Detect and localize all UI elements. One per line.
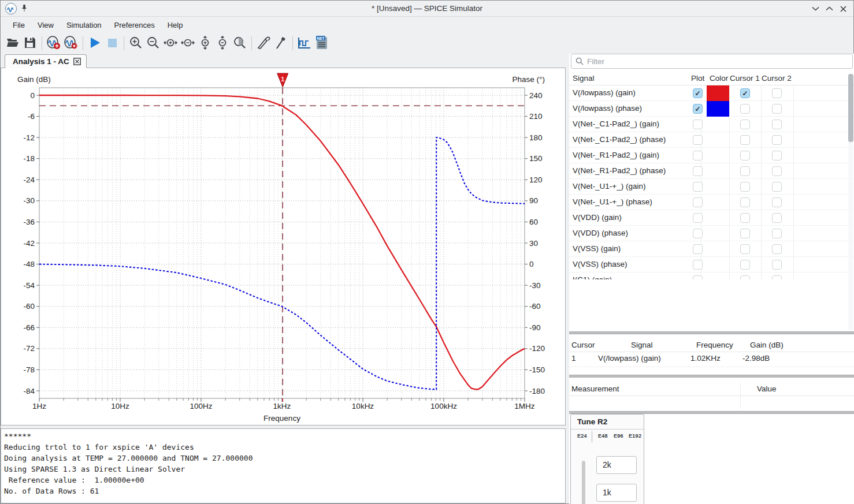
tune-value-field[interactable]: 1k	[596, 484, 637, 502]
splitter[interactable]	[569, 375, 854, 378]
cursor2-checkbox[interactable]	[772, 260, 782, 270]
menu-preferences[interactable]: Preferences	[108, 18, 161, 32]
cursor1-checkbox[interactable]	[740, 244, 750, 254]
cursor2-checkbox[interactable]	[772, 229, 782, 238]
splitter[interactable]	[569, 331, 854, 334]
signal-row[interactable]: V(Net-_U1-+_) (gain)	[569, 179, 854, 195]
zoom-out-button[interactable]	[144, 35, 162, 52]
cursor1-checkbox[interactable]	[740, 275, 750, 279]
signal-row[interactable]: V(VDD) (gain)	[569, 210, 854, 226]
close-button[interactable]	[837, 3, 849, 14]
signal-row[interactable]: I(C1) (gain)	[569, 272, 854, 279]
cursor2-checkbox[interactable]	[772, 104, 782, 114]
cursor2-checkbox[interactable]	[772, 182, 782, 192]
cursor1-checkbox[interactable]	[740, 166, 750, 176]
tab-e24[interactable]: E24	[577, 433, 587, 439]
plot-checkbox[interactable]	[693, 197, 703, 207]
bode-plot[interactable]: 0-6-12-18-24-30-36-42-48-54-60-66-72-78-…	[1, 68, 565, 425]
cursor-row[interactable]: 1 V(/lowpass) (gain) 1.02KHz -2.98dB	[569, 352, 854, 367]
cursor2-checkbox[interactable]	[772, 88, 782, 98]
signal-row[interactable]: V(Net-_R1-Pad2_) (gain)	[569, 148, 854, 163]
signal-row[interactable]: V(/lowpass) (gain)✓✓	[569, 85, 854, 101]
zoom-h-out-button[interactable]	[179, 35, 196, 52]
cursor2-checkbox[interactable]	[772, 135, 782, 145]
minimize-button[interactable]	[810, 3, 821, 14]
stop-button[interactable]	[103, 35, 121, 52]
netlist-button[interactable]: NET	[313, 35, 331, 52]
cursor1-checkbox[interactable]	[740, 229, 750, 238]
tab-analysis-ac[interactable]: Analysis 1 - AC	[5, 54, 87, 68]
signal-filter[interactable]	[571, 54, 853, 69]
save-button[interactable]	[21, 35, 39, 52]
cursor2-checkbox[interactable]	[772, 166, 782, 176]
plot-checkbox[interactable]	[693, 260, 703, 270]
cursor2-checkbox[interactable]	[772, 213, 782, 223]
plot-checkbox[interactable]	[693, 213, 703, 223]
cursor1-checkbox[interactable]	[740, 151, 750, 160]
signal-row[interactable]: V(VSS) (phase)	[569, 257, 854, 272]
zoom-in-button[interactable]	[127, 35, 144, 52]
plot-checkbox[interactable]: ✓	[693, 88, 703, 98]
color-swatch[interactable]	[707, 101, 729, 117]
plot-checkbox[interactable]	[693, 166, 703, 176]
cursor1-checkbox[interactable]	[740, 120, 750, 129]
tab-e48[interactable]: E48	[598, 433, 608, 439]
signal-row[interactable]: V(Net-_U1-+_) (phase)	[569, 195, 854, 210]
cursor2-checkbox[interactable]	[772, 197, 782, 207]
bode-plot-panel[interactable]: 0-6-12-18-24-30-36-42-48-54-60-66-72-78-…	[1, 68, 566, 425]
simulation-console[interactable]: ****** Reducing trtol to 1 for xspice 'A…	[1, 428, 566, 503]
plot-checkbox[interactable]	[693, 275, 703, 279]
zoom-h-in-button[interactable]	[162, 35, 179, 52]
cursor1-checkbox[interactable]	[740, 135, 750, 145]
cursor1-checkbox[interactable]	[740, 260, 750, 270]
cursor2-checkbox[interactable]	[772, 151, 782, 160]
menu-file[interactable]: File	[6, 18, 31, 32]
tune-slider[interactable]	[580, 461, 588, 504]
cursor1-checkbox[interactable]	[740, 213, 750, 223]
menu-view[interactable]: View	[31, 18, 60, 32]
tune-max-field[interactable]: 2k	[596, 456, 637, 474]
plot-checkbox[interactable]	[693, 151, 703, 160]
measurement-table[interactable]: Measurement Value	[569, 382, 854, 411]
cursor1-checkbox[interactable]	[740, 197, 750, 207]
cursor-table[interactable]: Cursor Signal Frequency Gain (dB) 1 V(/l…	[569, 339, 854, 379]
plot-checkbox[interactable]	[693, 244, 703, 254]
color-swatch[interactable]	[707, 85, 729, 101]
probe-button[interactable]	[255, 35, 272, 52]
tab-close-icon[interactable]	[73, 58, 81, 65]
signal-row[interactable]: V(/lowpass) (phase)✓	[569, 101, 854, 117]
sim-settings-button[interactable]	[62, 35, 80, 52]
tab-e192[interactable]: E192	[629, 433, 641, 439]
plot-checkbox[interactable]: ✓	[693, 104, 703, 114]
zoom-fit-button[interactable]	[231, 35, 248, 52]
cursor1-checkbox[interactable]: ✓	[740, 88, 750, 98]
signal-list[interactable]: Signal Plot Color Cursor 1 Cursor 2 V(/l…	[569, 73, 854, 331]
cursor2-checkbox[interactable]	[772, 275, 782, 279]
legend-button[interactable]	[296, 35, 313, 52]
cursor2-checkbox[interactable]	[772, 120, 782, 129]
cursor2-checkbox[interactable]	[772, 244, 782, 254]
plot-checkbox[interactable]	[693, 120, 703, 129]
menu-simulation[interactable]: Simulation	[60, 18, 108, 32]
signal-row[interactable]: V(Net-_C1-Pad2_) (phase)	[569, 132, 854, 148]
signal-scrollbar[interactable]	[848, 74, 853, 330]
cursor1-checkbox[interactable]	[740, 182, 750, 192]
scrollbar-thumb[interactable]	[848, 74, 853, 142]
signal-row[interactable]: V(VDD) (phase)	[569, 226, 854, 241]
maximize-button[interactable]	[823, 3, 835, 14]
run-button[interactable]	[86, 35, 103, 52]
tune-button[interactable]	[272, 35, 289, 52]
slider-track[interactable]	[582, 461, 585, 504]
sim-add-button[interactable]	[45, 35, 62, 52]
zoom-v-in-button[interactable]	[196, 35, 214, 52]
cursor1-checkbox[interactable]	[740, 104, 750, 114]
signal-row[interactable]: V(Net-_C1-Pad2_) (gain)	[569, 117, 854, 132]
zoom-v-out-button[interactable]	[214, 35, 231, 52]
plot-checkbox[interactable]	[693, 229, 703, 238]
menu-help[interactable]: Help	[161, 18, 190, 32]
signal-row[interactable]: V(VSS) (gain)	[569, 241, 854, 257]
tab-e96[interactable]: E96	[614, 433, 623, 439]
plot-checkbox[interactable]	[693, 182, 703, 192]
signal-row[interactable]: V(Net-_R1-Pad2_) (phase)	[569, 163, 854, 179]
filter-input[interactable]	[587, 57, 852, 66]
